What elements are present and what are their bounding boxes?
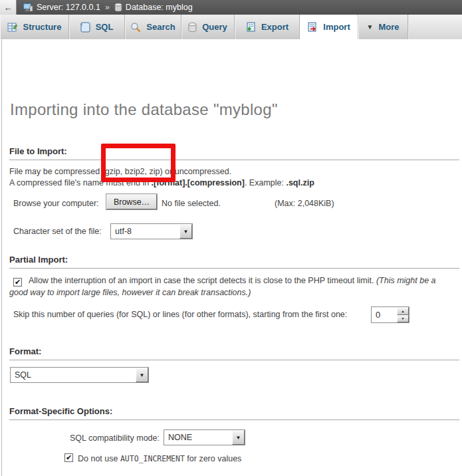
browse-button[interactable]: Browse… [106, 194, 157, 209]
charset-select[interactable]: utf-8 ▼ [110, 223, 193, 239]
allow-interruption-label: Allow the interruption of an import in c… [29, 276, 376, 285]
autoincrement-checkbox[interactable]: ✔ [64, 453, 73, 462]
page-title: Importing into the database "myblog" [10, 100, 278, 119]
section-heading-partial-import: Partial Import: [9, 255, 459, 269]
skip-queries-stepper[interactable]: 0 ▲ ▼ [371, 306, 409, 323]
frame-divider [1, 39, 2, 476]
tab-import[interactable]: Import [300, 15, 358, 39]
no-file-selected-text: No file selected. [162, 199, 221, 208]
tab-query[interactable]: Query [181, 15, 235, 39]
section-heading-file-to-import: File to Import: [9, 146, 459, 160]
tab-label: More [378, 22, 399, 32]
select-arrow-icon: ▼ [179, 224, 192, 239]
checkmark-icon: ✔ [66, 454, 72, 461]
allow-interruption-checkbox[interactable]: ✔ [13, 278, 22, 287]
server-icon [23, 3, 33, 12]
export-icon [245, 22, 256, 33]
tab-label: Query [202, 22, 227, 32]
structure-icon [7, 22, 18, 33]
select-arrow-icon: ▼ [232, 430, 245, 445]
sql-compat-select-value: NONE [164, 430, 232, 445]
tabstrip-filler [408, 15, 462, 39]
tab-label: SQL [96, 22, 114, 32]
breadcrumb: Server: 127.0.0.1 » Database: myblog [23, 3, 193, 12]
sql-compat-label: SQL compatibility mode: [0, 433, 160, 443]
format-select-value: SQL [11, 368, 136, 382]
tab-bar: Structure SQL Search Query Export [0, 15, 462, 39]
charset-select-value: utf-8 [111, 224, 179, 239]
skip-queries-label: Skip this number of queries (for SQL) or… [13, 310, 347, 319]
breadcrumb-database-link[interactable]: Database: myblog [126, 3, 193, 12]
compression-info-line2: A compressed file's name must end in .[f… [9, 178, 314, 187]
format-select[interactable]: SQL ▼ [10, 367, 149, 383]
tab-sql[interactable]: SQL [69, 15, 125, 39]
sql-compat-select[interactable]: NONE ▼ [164, 429, 245, 445]
sql-icon [80, 22, 90, 33]
allow-interruption-row: ✔Allow the interruption of an import in … [9, 275, 456, 298]
max-size-text: (Max: 2,048KiB) [275, 199, 334, 208]
autoincrement-label: Do not use AUTO_INCREMENT for zero value… [78, 454, 241, 463]
tab-structure[interactable]: Structure [0, 15, 69, 39]
tab-label: Search [146, 22, 175, 32]
breadcrumb-bar: ← Server: 127.0.0.1 » Database: myblog [0, 0, 462, 15]
compression-info-line1: File may be compressed (gzip, bzip2, zip… [9, 167, 231, 176]
charset-label: Character set of the file: [13, 227, 102, 236]
tab-label: Import [323, 22, 350, 32]
section-heading-format-options: Format-Specific Options: [9, 406, 459, 420]
tab-label: Structure [23, 22, 62, 32]
tab-export[interactable]: Export [235, 15, 300, 39]
back-button[interactable]: ← [0, 0, 17, 15]
breadcrumb-separator: » [105, 3, 110, 12]
search-icon [130, 22, 141, 33]
section-heading-format: Format: [9, 346, 459, 360]
tab-label: Export [261, 22, 289, 32]
chevron-down-icon: ▼ [367, 23, 374, 31]
tab-search[interactable]: Search [125, 15, 181, 39]
skip-queries-value: 0 [372, 307, 397, 322]
main-content: Importing into the database "myblog" Fil… [0, 39, 462, 476]
checkmark-icon: ✔ [15, 279, 21, 286]
query-database-icon [188, 22, 197, 33]
import-icon [307, 22, 318, 33]
browse-label: Browse your computer: [13, 199, 99, 208]
select-arrow-icon: ▼ [136, 368, 148, 382]
tab-more[interactable]: ▼ More [358, 15, 408, 39]
stepper-down-button[interactable]: ▼ [397, 315, 409, 323]
stepper-up-button[interactable]: ▲ [397, 307, 409, 315]
breadcrumb-server-link[interactable]: Server: 127.0.0.1 [37, 3, 100, 12]
database-icon [114, 3, 122, 12]
back-arrow-icon: ← [4, 3, 13, 13]
